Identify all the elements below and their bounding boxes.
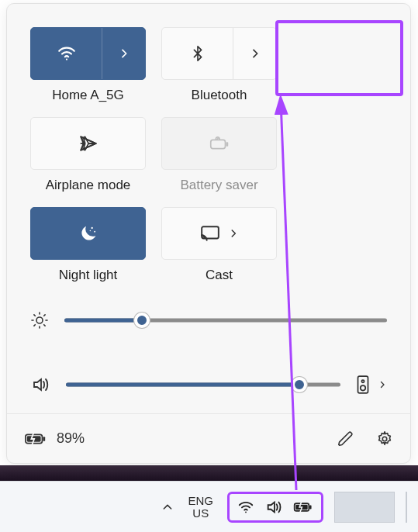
panel-footer: 89% [7,413,410,463]
taskbar-clock[interactable] [334,492,395,523]
wifi-label: Home A_5G [52,88,124,103]
chevron-right-icon[interactable] [378,380,387,389]
night-light-tile[interactable] [30,207,146,260]
show-desktop-button[interactable] [406,492,407,523]
volume-icon [265,499,282,516]
bluetooth-icon [189,43,206,64]
svg-line-15 [34,325,35,326]
tray-overflow-button[interactable] [161,501,174,513]
bluetooth-tile[interactable] [161,27,277,80]
svg-point-0 [65,59,67,60]
battery-status-icon[interactable] [24,431,47,447]
lang-top: ENG [188,495,213,507]
svg-point-5 [89,230,90,231]
airplane-mode-tile[interactable] [30,117,146,170]
tile-wrap-battery-saver: Battery saver [161,117,277,193]
svg-point-3 [91,227,92,229]
wifi-toggle[interactable] [31,28,102,79]
airplane-icon [78,133,98,154]
quick-settings-panel: Home A_5G Bluetooth [6,3,411,464]
night-light-icon [78,223,99,244]
brightness-thumb[interactable] [134,313,150,328]
brightness-slider[interactable] [64,313,387,328]
settings-button[interactable] [376,430,393,447]
volume-row [30,375,387,395]
wifi-tile[interactable] [30,27,146,80]
svg-point-19 [361,385,366,391]
svg-line-13 [34,315,35,316]
wallpaper-strip [0,465,418,481]
cast-tile[interactable] [161,207,277,260]
sliders-section [7,291,410,409]
chevron-right-icon [118,47,130,60]
volume-slider[interactable] [66,377,340,392]
chevron-right-icon [228,228,239,239]
tile-wrap-wifi: Home A_5G [30,27,146,103]
battery-percent-text: 89% [57,430,85,447]
tile-wrap-night-light: Night light [30,207,146,283]
quick-tiles-grid: Home A_5G Bluetooth [7,4,410,291]
tile-wrap-bluetooth: Bluetooth [161,27,277,103]
wifi-icon [237,499,254,516]
volume-output-controls [356,375,387,395]
edit-quick-settings-button[interactable] [337,430,354,447]
bluetooth-expand-button[interactable] [233,28,276,79]
brightness-row [30,311,387,330]
svg-rect-1 [210,140,225,148]
svg-rect-21 [43,437,45,441]
battery-saver-icon [208,134,231,153]
svg-rect-26 [309,505,311,509]
airplane-label: Airplane mode [46,178,131,193]
svg-point-4 [94,231,95,233]
wifi-icon [57,43,77,64]
audio-output-button[interactable] [356,375,370,395]
volume-icon [30,375,50,394]
tile-wrap-airplane: Airplane mode [30,117,146,193]
battery-icon [293,500,313,514]
night-light-label: Night light [59,268,118,283]
language-switcher[interactable]: ENG US [188,495,213,520]
lang-bottom: US [192,507,209,520]
svg-point-18 [361,380,364,382]
svg-point-24 [245,511,247,513]
svg-point-7 [202,237,203,238]
chevron-right-icon [249,47,261,60]
svg-line-16 [44,315,45,316]
system-tray[interactable] [227,492,323,523]
battery-saver-label: Battery saver [180,178,257,193]
bluetooth-label: Bluetooth [192,88,247,103]
svg-point-8 [36,317,43,323]
brightness-icon [30,311,49,330]
svg-rect-2 [226,142,228,147]
bluetooth-toggle[interactable] [162,28,233,79]
taskbar: ENG US [0,481,418,532]
wifi-expand-button[interactable] [102,28,145,79]
svg-point-23 [382,437,387,441]
svg-line-14 [44,325,45,326]
tile-wrap-cast: Cast [161,207,277,283]
battery-saver-tile [161,117,277,170]
cast-label: Cast [206,268,233,283]
volume-thumb[interactable] [292,377,307,392]
cast-icon [200,225,220,242]
